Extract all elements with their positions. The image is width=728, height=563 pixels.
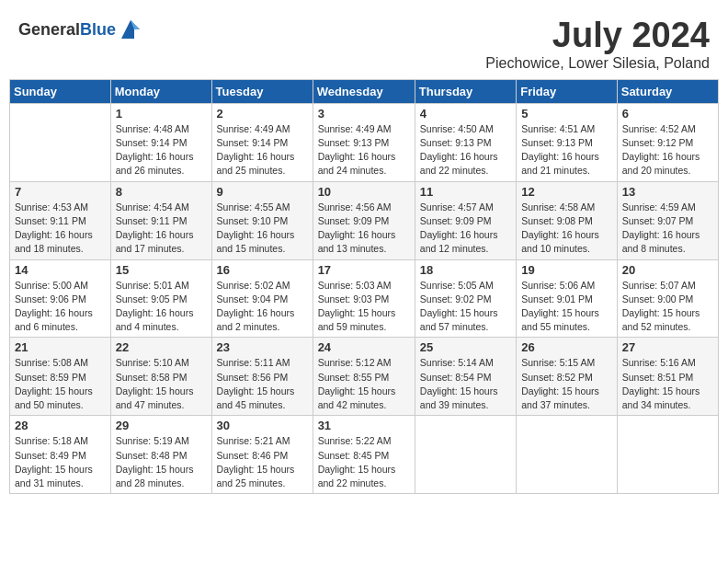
day-info: Sunrise: 5:08 AMSunset: 8:59 PMDaylight:… bbox=[15, 356, 106, 412]
day-number: 22 bbox=[116, 340, 207, 354]
day-cell bbox=[415, 416, 516, 494]
logo-general: General bbox=[18, 20, 80, 39]
day-number: 17 bbox=[318, 263, 410, 277]
day-info: Sunrise: 5:00 AMSunset: 9:06 PMDaylight:… bbox=[15, 279, 106, 335]
day-cell: 24Sunrise: 5:12 AMSunset: 8:55 PMDayligh… bbox=[313, 338, 415, 416]
day-info: Sunrise: 4:58 AMSunset: 9:08 PMDaylight:… bbox=[521, 201, 612, 257]
day-info: Sunrise: 4:48 AMSunset: 9:14 PMDaylight:… bbox=[116, 122, 207, 178]
day-number: 14 bbox=[15, 263, 106, 277]
day-number: 2 bbox=[217, 107, 308, 121]
day-info: Sunrise: 5:11 AMSunset: 8:56 PMDaylight:… bbox=[217, 356, 308, 412]
day-info: Sunrise: 5:18 AMSunset: 8:49 PMDaylight:… bbox=[15, 434, 106, 490]
day-cell: 21Sunrise: 5:08 AMSunset: 8:59 PMDayligh… bbox=[10, 338, 111, 416]
day-cell: 12Sunrise: 4:58 AMSunset: 9:08 PMDayligh… bbox=[517, 181, 618, 259]
day-cell: 13Sunrise: 4:59 AMSunset: 9:07 PMDayligh… bbox=[617, 181, 718, 259]
day-info: Sunrise: 5:12 AMSunset: 8:55 PMDaylight:… bbox=[318, 356, 410, 412]
weekday-header-tuesday: Tuesday bbox=[211, 79, 313, 103]
day-number: 9 bbox=[217, 185, 308, 199]
day-number: 24 bbox=[318, 340, 410, 354]
month-title: July 2024 bbox=[485, 17, 710, 55]
day-cell: 17Sunrise: 5:03 AMSunset: 9:03 PMDayligh… bbox=[313, 259, 415, 338]
day-cell: 11Sunrise: 4:57 AMSunset: 9:09 PMDayligh… bbox=[415, 181, 516, 259]
day-info: Sunrise: 5:02 AMSunset: 9:04 PMDaylight:… bbox=[217, 279, 308, 335]
day-cell: 10Sunrise: 4:56 AMSunset: 9:09 PMDayligh… bbox=[313, 181, 415, 259]
day-info: Sunrise: 4:57 AMSunset: 9:09 PMDaylight:… bbox=[420, 201, 511, 257]
location-title: Piechowice, Lower Silesia, Poland bbox=[485, 55, 710, 72]
day-cell: 16Sunrise: 5:02 AMSunset: 9:04 PMDayligh… bbox=[211, 259, 313, 338]
day-cell: 8Sunrise: 4:54 AMSunset: 9:11 PMDaylight… bbox=[110, 181, 211, 259]
day-cell: 4Sunrise: 4:50 AMSunset: 9:13 PMDaylight… bbox=[415, 103, 516, 181]
day-cell: 1Sunrise: 4:48 AMSunset: 9:14 PMDaylight… bbox=[110, 103, 211, 181]
day-info: Sunrise: 4:49 AMSunset: 9:13 PMDaylight:… bbox=[318, 122, 410, 178]
day-number: 23 bbox=[217, 340, 308, 354]
day-number: 25 bbox=[420, 340, 511, 354]
day-info: Sunrise: 4:52 AMSunset: 9:12 PMDaylight:… bbox=[622, 122, 713, 178]
day-cell: 9Sunrise: 4:55 AMSunset: 9:10 PMDaylight… bbox=[211, 181, 313, 259]
day-number: 3 bbox=[318, 107, 410, 121]
day-number: 13 bbox=[622, 185, 713, 199]
title-area: July 2024 Piechowice, Lower Silesia, Pol… bbox=[485, 17, 710, 72]
day-cell: 22Sunrise: 5:10 AMSunset: 8:58 PMDayligh… bbox=[110, 338, 211, 416]
day-cell: 31Sunrise: 5:22 AMSunset: 8:45 PMDayligh… bbox=[313, 416, 415, 494]
day-cell: 15Sunrise: 5:01 AMSunset: 9:05 PMDayligh… bbox=[110, 259, 211, 338]
day-number: 12 bbox=[521, 185, 612, 199]
day-number: 5 bbox=[521, 107, 612, 121]
day-number: 21 bbox=[15, 340, 106, 354]
week-row-3: 14Sunrise: 5:00 AMSunset: 9:06 PMDayligh… bbox=[10, 259, 719, 338]
day-info: Sunrise: 5:10 AMSunset: 8:58 PMDaylight:… bbox=[116, 356, 207, 412]
day-number: 20 bbox=[622, 263, 713, 277]
day-info: Sunrise: 5:07 AMSunset: 9:00 PMDaylight:… bbox=[622, 279, 713, 335]
day-number: 30 bbox=[217, 419, 308, 432]
day-number: 11 bbox=[420, 185, 511, 199]
day-info: Sunrise: 5:15 AMSunset: 8:52 PMDaylight:… bbox=[521, 356, 612, 412]
day-number: 1 bbox=[116, 107, 207, 121]
weekday-header-wednesday: Wednesday bbox=[313, 79, 415, 103]
day-number: 15 bbox=[116, 263, 207, 277]
day-info: Sunrise: 5:22 AMSunset: 8:45 PMDaylight:… bbox=[318, 434, 410, 490]
day-info: Sunrise: 5:14 AMSunset: 8:54 PMDaylight:… bbox=[420, 356, 511, 412]
day-cell: 28Sunrise: 5:18 AMSunset: 8:49 PMDayligh… bbox=[10, 416, 111, 494]
day-number: 29 bbox=[116, 419, 207, 432]
day-cell: 20Sunrise: 5:07 AMSunset: 9:00 PMDayligh… bbox=[617, 259, 718, 338]
weekday-header-friday: Friday bbox=[517, 79, 618, 103]
day-info: Sunrise: 5:03 AMSunset: 9:03 PMDaylight:… bbox=[318, 279, 410, 335]
day-info: Sunrise: 5:21 AMSunset: 8:46 PMDaylight:… bbox=[217, 434, 308, 490]
day-info: Sunrise: 4:49 AMSunset: 9:14 PMDaylight:… bbox=[217, 122, 308, 178]
day-cell: 30Sunrise: 5:21 AMSunset: 8:46 PMDayligh… bbox=[211, 416, 313, 494]
day-cell: 3Sunrise: 4:49 AMSunset: 9:13 PMDaylight… bbox=[313, 103, 415, 181]
week-row-2: 7Sunrise: 4:53 AMSunset: 9:11 PMDaylight… bbox=[10, 181, 719, 259]
day-cell: 25Sunrise: 5:14 AMSunset: 8:54 PMDayligh… bbox=[415, 338, 516, 416]
day-cell: 18Sunrise: 5:05 AMSunset: 9:02 PMDayligh… bbox=[415, 259, 516, 338]
weekday-header-monday: Monday bbox=[110, 79, 211, 103]
day-info: Sunrise: 5:19 AMSunset: 8:48 PMDaylight:… bbox=[116, 434, 207, 490]
day-cell: 2Sunrise: 4:49 AMSunset: 9:14 PMDaylight… bbox=[211, 103, 313, 181]
day-info: Sunrise: 4:54 AMSunset: 9:11 PMDaylight:… bbox=[116, 201, 207, 257]
day-info: Sunrise: 5:01 AMSunset: 9:05 PMDaylight:… bbox=[116, 279, 207, 335]
header: GeneralBlue July 2024 Piechowice, Lower … bbox=[9, 9, 719, 75]
day-number: 18 bbox=[420, 263, 511, 277]
day-number: 19 bbox=[521, 263, 612, 277]
week-row-1: 1Sunrise: 4:48 AMSunset: 9:14 PMDaylight… bbox=[10, 103, 719, 181]
logo-blue: Blue bbox=[80, 20, 116, 39]
day-number: 10 bbox=[318, 185, 410, 199]
day-number: 16 bbox=[217, 263, 308, 277]
weekday-header-saturday: Saturday bbox=[617, 79, 718, 103]
day-info: Sunrise: 4:56 AMSunset: 9:09 PMDaylight:… bbox=[318, 201, 410, 257]
day-info: Sunrise: 4:53 AMSunset: 9:11 PMDaylight:… bbox=[15, 201, 106, 257]
day-cell bbox=[517, 416, 618, 494]
day-number: 8 bbox=[116, 185, 207, 199]
day-cell: 6Sunrise: 4:52 AMSunset: 9:12 PMDaylight… bbox=[617, 103, 718, 181]
day-cell: 29Sunrise: 5:19 AMSunset: 8:48 PMDayligh… bbox=[110, 416, 211, 494]
day-info: Sunrise: 5:16 AMSunset: 8:51 PMDaylight:… bbox=[622, 356, 713, 412]
day-number: 26 bbox=[521, 340, 612, 354]
day-cell: 5Sunrise: 4:51 AMSunset: 9:13 PMDaylight… bbox=[517, 103, 618, 181]
day-number: 4 bbox=[420, 107, 511, 121]
day-cell: 26Sunrise: 5:15 AMSunset: 8:52 PMDayligh… bbox=[517, 338, 618, 416]
day-number: 7 bbox=[15, 185, 106, 199]
weekday-header-row: SundayMondayTuesdayWednesdayThursdayFrid… bbox=[10, 79, 719, 103]
day-cell: 14Sunrise: 5:00 AMSunset: 9:06 PMDayligh… bbox=[10, 259, 111, 338]
day-info: Sunrise: 4:50 AMSunset: 9:13 PMDaylight:… bbox=[420, 122, 511, 178]
day-number: 6 bbox=[622, 107, 713, 121]
day-info: Sunrise: 4:51 AMSunset: 9:13 PMDaylight:… bbox=[521, 122, 612, 178]
day-cell: 19Sunrise: 5:06 AMSunset: 9:01 PMDayligh… bbox=[517, 259, 618, 338]
